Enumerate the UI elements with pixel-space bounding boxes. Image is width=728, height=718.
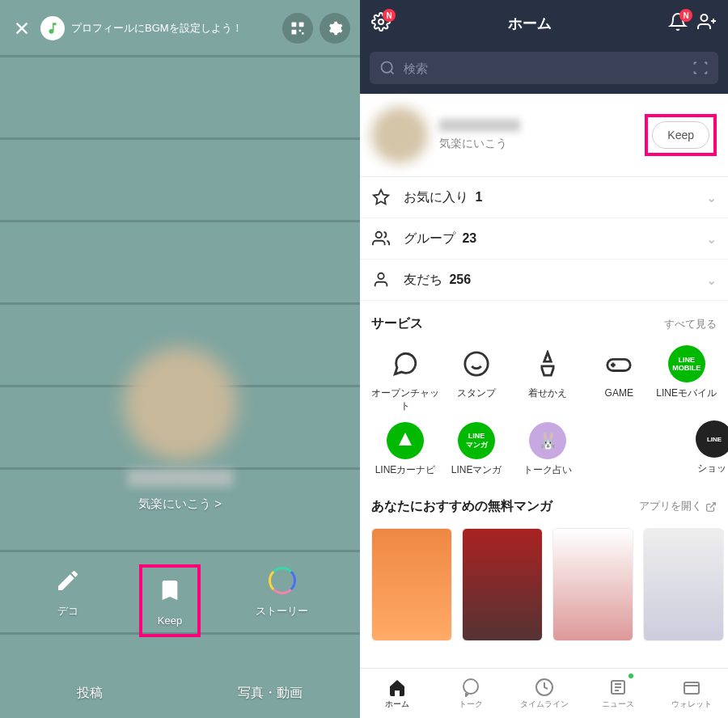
bgm-tip-text[interactable]: プロフィールにBGMを設定しよう！ bbox=[71, 21, 276, 36]
bottom-nav: ホーム トーク タイムライン ニュース ウォレット bbox=[360, 668, 728, 718]
notification-badge: N bbox=[383, 9, 396, 22]
nav-news[interactable]: ニュース bbox=[581, 669, 654, 718]
svg-point-6 bbox=[382, 62, 392, 73]
home-icon bbox=[387, 678, 407, 697]
search-field[interactable] bbox=[404, 61, 684, 75]
home-header: N ホーム N bbox=[360, 0, 728, 47]
svg-point-8 bbox=[465, 353, 488, 375]
nav-label: トーク bbox=[459, 699, 483, 710]
service-label: ショッ bbox=[696, 462, 728, 475]
settings-button[interactable] bbox=[320, 13, 350, 44]
service-carnavi[interactable]: LINEカーナビ bbox=[371, 422, 439, 477]
nav-timeline[interactable]: タイムライン bbox=[507, 669, 581, 718]
deco-label: デコ bbox=[57, 605, 78, 617]
service-label: GAME bbox=[585, 387, 653, 400]
avatar[interactable] bbox=[124, 348, 237, 461]
manga-cover[interactable] bbox=[643, 528, 724, 641]
nav-label: ホーム bbox=[385, 699, 409, 710]
talk-icon bbox=[461, 678, 480, 697]
service-fortune[interactable]: 🐰 トーク占い bbox=[514, 422, 582, 477]
my-profile-row[interactable]: 気楽にいこう Keep bbox=[360, 94, 728, 177]
nav-wallet[interactable]: ウォレット bbox=[654, 669, 728, 718]
service-theme[interactable]: 着せかえ bbox=[514, 345, 582, 412]
fortune-icon: 🐰 bbox=[529, 422, 566, 459]
deco-button[interactable]: デコ bbox=[52, 564, 84, 637]
friends-row[interactable]: 友だち 256 ⌄ bbox=[360, 260, 728, 301]
search-icon bbox=[379, 60, 396, 76]
nav-label: タイムライン bbox=[520, 699, 569, 710]
nav-label: ウォレット bbox=[671, 699, 712, 710]
music-icon bbox=[40, 16, 65, 40]
service-label: LINEマンガ bbox=[442, 464, 510, 477]
wallet-icon bbox=[682, 678, 701, 697]
keep-button[interactable]: Keep bbox=[652, 121, 709, 149]
scan-icon[interactable] bbox=[692, 60, 709, 76]
add-friend-button[interactable] bbox=[697, 12, 717, 35]
svg-rect-4 bbox=[302, 32, 304, 35]
favorites-row[interactable]: お気に入り 1 ⌄ bbox=[360, 177, 728, 218]
groups-count: 23 bbox=[462, 231, 476, 245]
service-openchat[interactable]: オープンチャット bbox=[371, 345, 439, 412]
notification-badge: N bbox=[679, 9, 692, 22]
svg-rect-0 bbox=[292, 23, 297, 27]
service-stamp[interactable]: スタンプ bbox=[442, 345, 510, 412]
page-title: ホーム bbox=[508, 14, 552, 33]
keep-label: Keep bbox=[158, 615, 182, 627]
manga-cover[interactable] bbox=[552, 528, 633, 641]
profile-name bbox=[439, 119, 520, 132]
chevron-down-icon: ⌄ bbox=[706, 190, 717, 205]
bookmark-icon bbox=[154, 574, 186, 606]
service-manga[interactable]: LINEマンガ LINEマンガ bbox=[442, 422, 510, 477]
story-button[interactable]: ストーリー bbox=[256, 564, 308, 637]
brush-icon bbox=[529, 345, 566, 382]
search-input-wrap[interactable] bbox=[370, 52, 718, 84]
profile-bottom-tabs: 投稿 写真・動画 bbox=[0, 668, 360, 718]
profile-screen: プロフィールにBGMを設定しよう！ 気楽にいこう > デコ Keep ストーリー… bbox=[0, 0, 360, 718]
tab-photo-video[interactable]: 写真・動画 bbox=[180, 668, 361, 718]
manga-header: あなたにおすすめの無料マンガ アプリを開く bbox=[360, 484, 728, 522]
external-link-icon bbox=[705, 501, 717, 513]
service-mobile[interactable]: LINEMOBILE LINEモバイル bbox=[656, 345, 717, 412]
notifications-button[interactable]: N bbox=[668, 12, 688, 35]
settings-button[interactable]: N bbox=[371, 12, 391, 35]
service-label: LINEカーナビ bbox=[371, 464, 439, 477]
profile-header: プロフィールにBGMを設定しよう！ bbox=[0, 0, 360, 57]
groups-label: グループ bbox=[404, 231, 455, 245]
svg-rect-1 bbox=[299, 23, 304, 27]
service-label: 着せかえ bbox=[514, 387, 582, 400]
see-all-link[interactable]: すべて見る bbox=[664, 317, 717, 332]
favorites-label: お気に入り bbox=[404, 190, 468, 204]
profile-status-text: 気楽にいこう bbox=[439, 137, 633, 151]
service-game[interactable]: GAME bbox=[585, 345, 653, 412]
clock-icon bbox=[535, 678, 554, 697]
favorites-count: 1 bbox=[475, 190, 482, 204]
story-ring-icon bbox=[266, 564, 298, 597]
nav-label: ニュース bbox=[602, 699, 634, 710]
service-label: LINEモバイル bbox=[656, 387, 717, 400]
manga-carousel[interactable] bbox=[360, 522, 728, 648]
star-icon bbox=[371, 188, 391, 206]
story-label: ストーリー bbox=[256, 605, 308, 617]
services-grid: オープンチャット スタンプ 着せかえ GAME LINEMOBILE LINEモ… bbox=[360, 339, 728, 484]
nav-talk[interactable]: トーク bbox=[434, 669, 507, 718]
open-app-link[interactable]: アプリを開く bbox=[639, 499, 717, 513]
nav-home[interactable]: ホーム bbox=[360, 669, 434, 718]
group-icon bbox=[371, 230, 391, 247]
manga-cover[interactable] bbox=[462, 528, 543, 641]
profile-status[interactable]: 気楽にいこう > bbox=[124, 496, 237, 512]
manga-icon: LINEマンガ bbox=[458, 422, 495, 459]
qr-button[interactable] bbox=[282, 13, 313, 44]
smile-icon bbox=[458, 345, 495, 382]
shopping-icon[interactable]: LINE bbox=[696, 420, 728, 458]
groups-row[interactable]: グループ 23 ⌄ bbox=[360, 218, 728, 260]
avatar bbox=[371, 107, 428, 163]
manga-cover[interactable] bbox=[371, 528, 452, 641]
close-button[interactable] bbox=[10, 16, 34, 40]
tab-post[interactable]: 投稿 bbox=[0, 668, 180, 718]
news-icon bbox=[608, 678, 628, 697]
keep-button[interactable]: Keep bbox=[139, 564, 201, 637]
chevron-down-icon: ⌄ bbox=[706, 231, 717, 247]
chevron-down-icon: ⌄ bbox=[706, 272, 717, 288]
game-icon bbox=[600, 345, 637, 382]
manga-title: あなたにおすすめの無料マンガ bbox=[371, 498, 552, 515]
